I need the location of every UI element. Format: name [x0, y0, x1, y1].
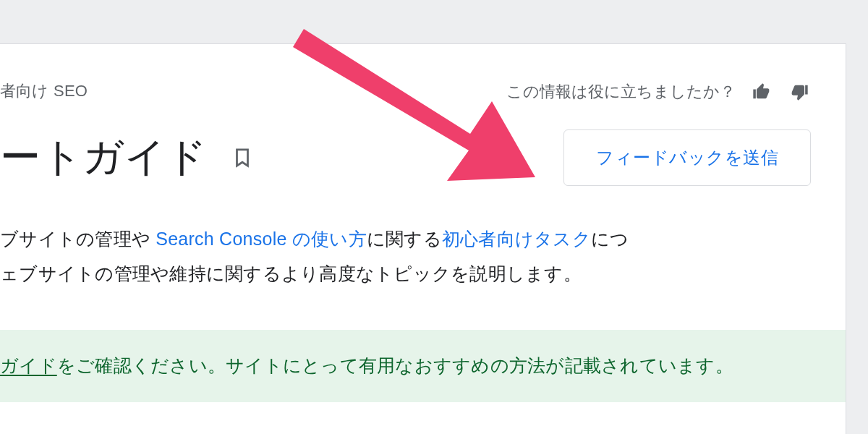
search-console-link[interactable]: Search Console の使い方	[156, 229, 367, 249]
breadcrumb[interactable]: 者向け SEO	[0, 80, 88, 102]
body-text: ブサイトの管理や	[0, 229, 156, 249]
body-text: に関する	[367, 229, 442, 249]
thumbs-down-icon[interactable]	[788, 80, 811, 103]
helpful-text: この情報は役に立ちましたか？	[506, 81, 736, 103]
tip-guide-link[interactable]: ガイド	[0, 355, 57, 375]
thumbs-up-icon[interactable]	[750, 80, 773, 103]
article-body: ブサイトの管理や Search Console の使い方に関する初心者向けタスク…	[0, 222, 811, 291]
page-title: ートガイド	[0, 130, 208, 185]
bookmark-icon[interactable]	[228, 143, 257, 172]
body-text: ェブサイトの管理や維持に関するより高度なトピックを説明します。	[0, 263, 582, 284]
tip-text: をご確認ください。サイトにとって有用なおすすめの方法が記載されています。	[57, 355, 733, 375]
send-feedback-button[interactable]: フィードバックを送信	[563, 129, 811, 186]
beginner-tasks-link[interactable]: 初心者向けタスク	[442, 229, 591, 249]
helpful-prompt: この情報は役に立ちましたか？	[506, 80, 811, 103]
content-card: 者向け SEO この情報は役に立ちましたか？ ートガイド フィードバックを送信 …	[0, 43, 846, 434]
body-text: につ	[591, 229, 629, 249]
tip-banner: ガイドをご確認ください。サイトにとって有用なおすすめの方法が記載されています。	[0, 330, 846, 402]
